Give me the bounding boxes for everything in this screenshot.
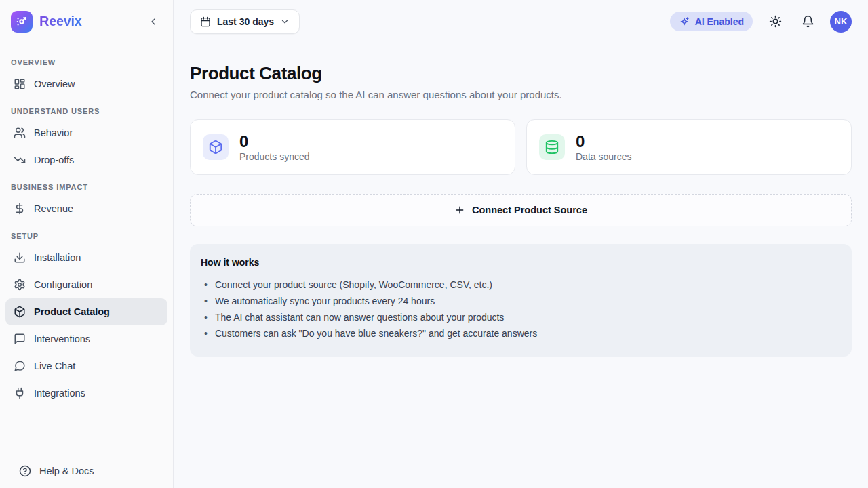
sidebar-item-drop-offs[interactable]: Drop-offs (5, 146, 167, 174)
notifications-button[interactable] (797, 12, 818, 32)
sidebar-collapse-button[interactable] (144, 13, 162, 30)
stat-card-data-sources: 0 Data sources (526, 119, 852, 175)
sidebar-item-label: Revenue (34, 203, 73, 214)
message-square-icon (14, 333, 26, 345)
topbar: Last 30 days AI Enabled NK (174, 0, 868, 43)
sidebar-item-installation[interactable]: Installation (5, 244, 167, 271)
chevron-left-icon (148, 16, 159, 27)
trending-down-icon (14, 154, 26, 166)
sun-icon (769, 15, 782, 28)
connect-product-source-button[interactable]: Connect Product Source (190, 194, 852, 226)
list-item-text: The AI chat assistant can now answer que… (215, 309, 504, 325)
page-title: Product Catalog (190, 63, 852, 84)
calendar-icon (200, 16, 211, 27)
sidebar-item-label: Live Chat (34, 361, 75, 371)
list-item: • We automatically sync your products ev… (201, 293, 841, 309)
connect-button-label: Connect Product Source (472, 205, 587, 216)
users-icon (14, 127, 26, 139)
list-item-text: Connect your product source (Shopify, Wo… (215, 277, 492, 293)
stat-card-products-synced: 0 Products synced (190, 119, 515, 175)
dashboard-icon (14, 78, 26, 90)
message-circle-icon (14, 360, 26, 372)
help-docs-label: Help & Docs (39, 466, 94, 476)
plug-icon (14, 387, 26, 399)
sidebar-item-integrations[interactable]: Integrations (5, 380, 167, 407)
ai-enabled-badge[interactable]: AI Enabled (670, 12, 753, 31)
bullet-icon: • (201, 293, 208, 309)
list-item-text: We automatically sync your products ever… (215, 293, 435, 309)
theme-toggle-button[interactable] (765, 12, 785, 32)
sparkles-icon (679, 16, 690, 27)
sidebar-item-label: Overview (34, 79, 75, 89)
bell-icon (802, 15, 814, 28)
gear-icon (14, 279, 26, 291)
how-it-works-title: How it works (201, 257, 841, 268)
bullet-icon: • (201, 325, 208, 342)
chevron-down-icon (280, 17, 290, 26)
stats-row: 0 Products synced 0 Data sources (190, 119, 852, 175)
sidebar-item-product-catalog[interactable]: Product Catalog (5, 298, 167, 325)
sidebar-item-label: Integrations (34, 388, 85, 399)
how-it-works-list: • Connect your product source (Shopify, … (201, 277, 841, 342)
stat-label: Data sources (576, 151, 631, 162)
sidebar-item-interventions[interactable]: Interventions (5, 325, 167, 352)
stat-text: 0 Products synced (239, 132, 310, 163)
plus-icon (454, 205, 465, 216)
stat-value: 0 (576, 132, 631, 151)
brand-name: Reevix (39, 14, 82, 29)
ai-enabled-label: AI Enabled (695, 16, 744, 27)
sidebar-header: Reevix (0, 0, 173, 43)
package-icon (203, 134, 229, 160)
bullet-icon: • (201, 277, 208, 293)
dollar-icon (14, 203, 26, 215)
sidebar-item-configuration[interactable]: Configuration (5, 271, 167, 298)
stat-label: Products synced (239, 151, 310, 162)
stat-value: 0 (239, 132, 310, 151)
nav-section-overview: Overview (5, 49, 167, 70)
list-item: • The AI chat assistant can now answer q… (201, 309, 841, 325)
how-it-works-panel: How it works • Connect your product sour… (190, 244, 852, 357)
topbar-actions: AI Enabled NK (670, 11, 852, 33)
list-item: • Connect your product source (Shopify, … (201, 277, 841, 293)
list-item-text: Customers can ask "Do you have blue snea… (215, 325, 537, 342)
download-icon (14, 251, 26, 264)
bullet-icon: • (201, 309, 208, 325)
nav-section-understand-users: Understand Users (5, 98, 167, 119)
help-circle-icon (19, 465, 31, 477)
database-icon (539, 134, 565, 160)
sidebar-item-live-chat[interactable]: Live Chat (5, 352, 167, 380)
sidebar-item-label: Installation (34, 252, 81, 263)
stat-text: 0 Data sources (576, 132, 631, 163)
sidebar-nav: Overview Overview Understand Users Behav… (0, 43, 173, 453)
page-subtitle: Connect your product catalog so the AI c… (190, 89, 852, 100)
nav-section-business-impact: Business Impact (5, 174, 167, 195)
sidebar-item-label: Drop-offs (34, 155, 74, 165)
page-content: Product Catalog Connect your product cat… (174, 43, 868, 488)
brand-logo-icon (11, 11, 33, 33)
list-item: • Customers can ask "Do you have blue sn… (201, 325, 841, 342)
sidebar-item-label: Configuration (34, 279, 92, 290)
sidebar: Reevix Overview Overview Understand User… (0, 0, 174, 488)
nav-section-setup: Setup (5, 222, 167, 244)
sidebar-item-revenue[interactable]: Revenue (5, 195, 167, 222)
date-range-value: Last 30 days (217, 16, 274, 27)
sidebar-item-label: Behavior (34, 127, 73, 138)
main-area: Last 30 days AI Enabled NK Product Catal… (174, 0, 868, 488)
sidebar-item-label: Interventions (34, 333, 90, 344)
sidebar-item-behavior[interactable]: Behavior (5, 119, 167, 146)
sidebar-item-overview[interactable]: Overview (5, 70, 167, 98)
user-avatar[interactable]: NK (830, 11, 852, 33)
package-icon (14, 306, 26, 318)
help-docs-button[interactable]: Help & Docs (0, 453, 173, 488)
date-range-dropdown[interactable]: Last 30 days (190, 9, 300, 34)
sidebar-item-label: Product Catalog (34, 306, 110, 317)
